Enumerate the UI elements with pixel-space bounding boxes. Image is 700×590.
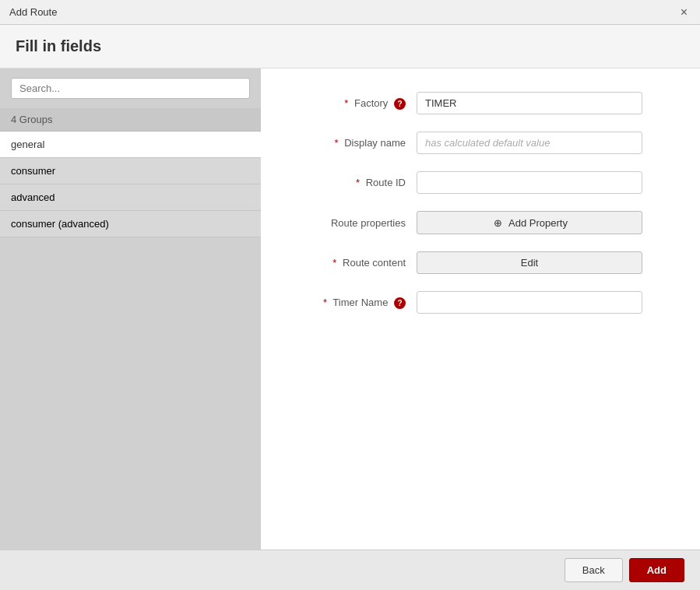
sidebar-nav: general consumer advanced consumer (adva… <box>0 132 261 237</box>
dialog-wrapper: Add Route × Fill in fields 4 Groups gene… <box>0 0 700 590</box>
sidebar-item-general[interactable]: general <box>0 132 261 158</box>
route-content-row: * Route content Edit <box>292 251 669 274</box>
add-property-button[interactable]: ⊕ Add Property <box>417 211 642 234</box>
sidebar-item-consumer[interactable]: consumer <box>0 158 261 184</box>
title-bar: Add Route × <box>0 0 700 25</box>
sidebar-item-consumer-advanced[interactable]: consumer (advanced) <box>0 211 261 237</box>
factory-input[interactable] <box>417 92 642 114</box>
factory-help-icon[interactable]: ? <box>394 98 406 110</box>
timer-name-help-icon[interactable]: ? <box>394 297 406 309</box>
route-properties-label: Route properties <box>292 217 417 229</box>
required-star: * <box>335 137 339 149</box>
sidebar-item-label: general <box>11 139 44 150</box>
sidebar-item-label: consumer (advanced) <box>11 218 109 230</box>
add-button[interactable]: Add <box>629 558 684 582</box>
page-title: Fill in fields <box>16 37 101 54</box>
factory-row: * Factory ? <box>292 92 669 114</box>
sidebar-item-label: advanced <box>11 191 55 203</box>
sidebar-item-label: consumer <box>11 165 55 177</box>
route-content-label: * Route content <box>292 257 417 269</box>
required-star: * <box>344 97 348 109</box>
factory-label: * Factory ? <box>292 97 417 110</box>
timer-name-label: * Timer Name ? <box>292 297 417 309</box>
display-name-input[interactable] <box>417 132 642 154</box>
add-property-label: Add Property <box>508 217 568 229</box>
search-input[interactable] <box>11 78 250 99</box>
form-area: * Factory ? * Display name * Route ID <box>261 68 700 550</box>
timer-name-row: * Timer Name ? <box>292 291 669 314</box>
timer-name-input[interactable] <box>417 291 642 314</box>
route-id-label: * Route ID <box>292 177 417 188</box>
footer-bar: Back Add <box>0 550 700 590</box>
sidebar-item-advanced[interactable]: advanced <box>0 184 261 211</box>
edit-route-content-button[interactable]: Edit <box>417 251 642 274</box>
route-id-row: * Route ID <box>292 171 669 194</box>
dialog-title: Add Route <box>9 6 57 18</box>
main-content: 4 Groups general consumer advanced consu… <box>0 68 700 550</box>
search-wrapper <box>0 68 261 108</box>
required-star: * <box>323 297 327 308</box>
plus-circle-icon: ⊕ <box>491 216 504 229</box>
edit-button-label: Edit <box>521 257 538 269</box>
page-title-bar: Fill in fields <box>0 25 700 68</box>
required-star: * <box>356 177 360 188</box>
sidebar: 4 Groups general consumer advanced consu… <box>0 68 261 550</box>
groups-header: 4 Groups <box>0 108 261 132</box>
back-button[interactable]: Back <box>565 558 623 582</box>
close-button[interactable]: × <box>677 6 691 19</box>
display-name-label: * Display name <box>292 137 417 149</box>
required-star: * <box>332 257 336 269</box>
display-name-row: * Display name <box>292 132 669 154</box>
route-id-input[interactable] <box>417 171 642 194</box>
route-properties-row: Route properties ⊕ Add Property <box>292 211 669 234</box>
